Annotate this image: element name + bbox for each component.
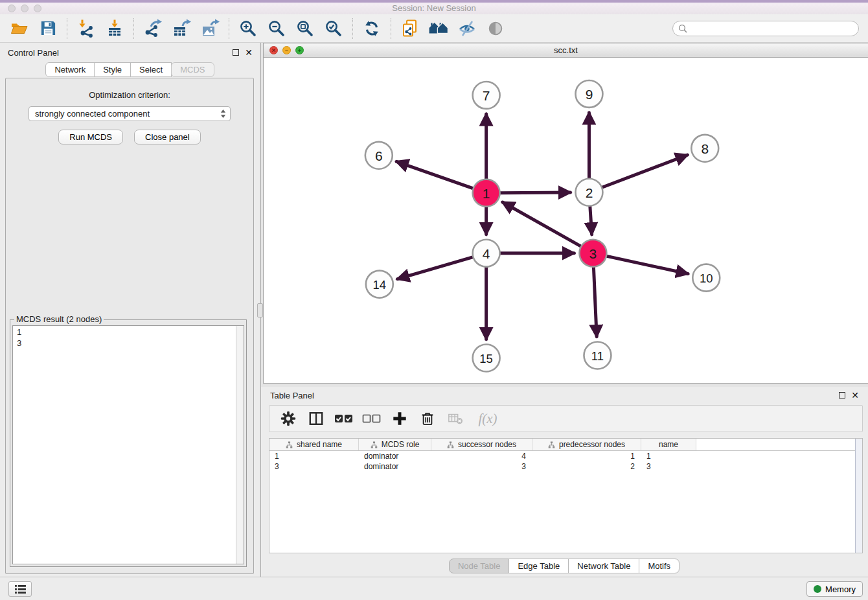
zoom-out-button[interactable] (262, 16, 291, 41)
column-header-successor-nodes[interactable]: successor nodes (431, 439, 532, 450)
toolbar-separator (391, 18, 391, 39)
window-close-button[interactable] (8, 5, 16, 12)
column-type-icon (286, 441, 293, 448)
node-label-3: 3 (589, 246, 597, 261)
network-close-button[interactable]: ✕ (269, 46, 278, 54)
application-window: Session: New Session (0, 0, 868, 600)
edge-2-8[interactable] (602, 155, 687, 187)
show-columns-button[interactable] (305, 408, 327, 430)
task-history-button[interactable] (8, 581, 32, 597)
hide-graphics-button[interactable] (453, 16, 481, 41)
table-tabs: Node TableEdge TableNetwork TableMotifs (261, 559, 868, 573)
table-cell: dominator (359, 461, 431, 472)
zoom-selected-icon (324, 19, 343, 38)
network-minimize-button[interactable]: − (282, 46, 291, 54)
edge-1-2[interactable] (501, 192, 571, 193)
zoom-in-button[interactable] (234, 16, 262, 41)
table-tab-edge-table[interactable]: Edge Table (508, 559, 569, 573)
import-table-button[interactable] (100, 16, 129, 41)
table-row[interactable]: 1dominator411 (269, 451, 862, 461)
home-button[interactable] (424, 16, 453, 41)
column-header-predecessor-nodes[interactable]: predecessor nodes (532, 439, 641, 450)
import-table-icon (105, 19, 124, 38)
table-tab-network-table[interactable]: Network Table (568, 559, 639, 573)
network-canvas[interactable]: 7968124314101511 (264, 58, 868, 383)
delete-table-button[interactable] (444, 408, 466, 430)
zoom-fit-button[interactable] (291, 16, 319, 41)
node-label-11: 11 (591, 349, 604, 363)
window-minimize-button[interactable] (21, 5, 29, 12)
toolbar-separator (352, 18, 353, 39)
open-session-button[interactable] (5, 16, 34, 41)
split-table-icon (308, 411, 324, 426)
function-builder-button[interactable]: f(x) (472, 408, 503, 430)
search-box (672, 21, 859, 36)
select-all-button[interactable] (333, 408, 355, 430)
export-table-button[interactable] (167, 16, 196, 41)
half-circle-icon (486, 19, 505, 38)
table-settings-button[interactable] (277, 408, 299, 430)
tab-network[interactable]: Network (45, 62, 95, 77)
network-window: ✕ − + scc.txt 79681243141015 (263, 43, 868, 384)
homes-icon (428, 19, 449, 38)
zoom-selected-button[interactable] (319, 16, 348, 41)
edge-3-11[interactable] (593, 268, 597, 337)
edge-3-10[interactable] (607, 256, 688, 273)
tab-style[interactable]: Style (94, 62, 131, 77)
search-input[interactable] (691, 23, 853, 34)
close-panel-icon[interactable]: ✕ (851, 392, 859, 398)
result-scrollbar[interactable] (236, 326, 244, 564)
memory-label: Memory (825, 584, 856, 594)
close-panel-button[interactable]: Close panel (134, 130, 201, 144)
save-session-button[interactable] (34, 16, 62, 41)
deselect-all-button[interactable] (361, 408, 383, 430)
bird-eye-view-button[interactable] (481, 16, 510, 41)
float-panel-icon[interactable] (839, 392, 845, 398)
tab-select[interactable]: Select (130, 62, 172, 77)
memory-button[interactable]: Memory (806, 581, 863, 597)
criterion-select[interactable]: strongly connected component (29, 106, 231, 121)
graph-edges[interactable] (396, 113, 688, 340)
eye-slash-icon (457, 19, 477, 38)
mcds-result-list[interactable]: 1 3 (12, 325, 244, 564)
window-titlebar: Session: New Session (0, 0, 868, 14)
refresh-button[interactable] (358, 16, 386, 41)
node-label-14: 14 (373, 278, 387, 292)
copy-network-button[interactable] (396, 16, 424, 41)
table-tab-node-table[interactable]: Node Table (449, 559, 510, 573)
edge-3-1[interactable] (503, 202, 580, 246)
network-graph[interactable]: 7968124314101511 (264, 58, 868, 383)
run-mcds-button[interactable]: Run MCDS (58, 130, 123, 144)
node-label-10: 10 (700, 271, 713, 285)
import-network-button[interactable] (72, 16, 100, 41)
network-zoom-button[interactable]: + (295, 46, 304, 54)
column-header-name[interactable]: name (641, 439, 696, 450)
column-label: successor nodes (458, 440, 516, 449)
edge-4-14[interactable] (398, 257, 473, 279)
column-header-shared-name[interactable]: shared name (269, 439, 359, 450)
splitter-grip[interactable] (257, 303, 263, 317)
node-label-1: 1 (483, 186, 490, 201)
select-stepper-icon (220, 108, 227, 119)
edge-1-6[interactable] (396, 161, 473, 188)
export-image-button[interactable] (196, 16, 224, 41)
delete-column-button[interactable] (417, 408, 439, 430)
tab-mcds[interactable]: MCDS (171, 62, 214, 77)
table-cell: 1 (532, 451, 641, 461)
edge-2-3[interactable] (590, 207, 592, 235)
column-type-icon (371, 441, 378, 448)
table-tab-motifs[interactable]: Motifs (639, 559, 680, 573)
checked-boxes-icon (334, 413, 354, 424)
mcds-result-title: MCDS result (2 nodes) (14, 314, 104, 324)
close-panel-icon[interactable]: ✕ (245, 49, 253, 56)
window-traffic-lights (8, 5, 41, 12)
column-header-mcds-role[interactable]: MCDS role (359, 439, 431, 450)
table-scrollbar[interactable] (855, 439, 862, 553)
add-column-button[interactable] (389, 408, 411, 430)
table-row[interactable]: 3dominator323 (269, 461, 862, 472)
float-panel-icon[interactable] (233, 49, 239, 56)
window-zoom-button[interactable] (34, 5, 41, 12)
unchecked-boxes-icon (362, 413, 382, 424)
export-network-button[interactable] (139, 16, 167, 41)
table-body: 1dominator4113dominator323 (269, 451, 862, 472)
